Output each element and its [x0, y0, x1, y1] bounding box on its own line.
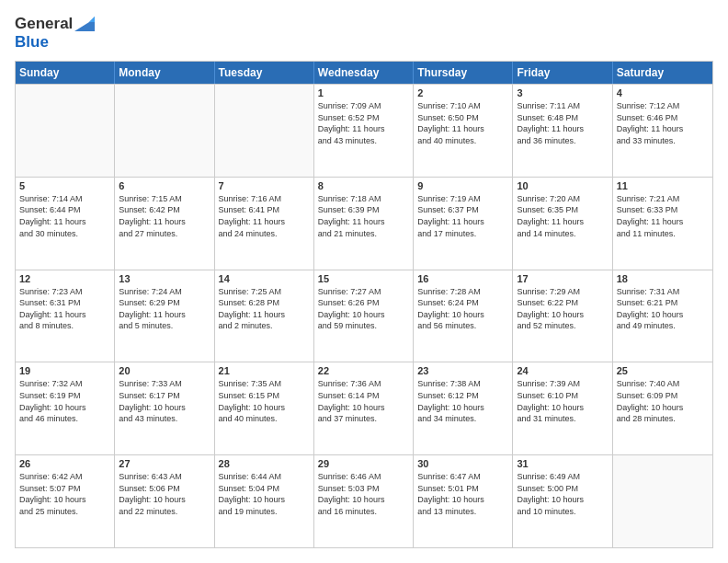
logo-blue: Blue [15, 33, 49, 52]
day-info: Sunrise: 7:29 AM Sunset: 6:22 PM Dayligh… [517, 286, 608, 332]
empty-cell-0-2 [215, 85, 314, 177]
day-info: Sunrise: 7:25 AM Sunset: 6:28 PM Dayligh… [219, 286, 310, 332]
day-info: Sunrise: 6:46 AM Sunset: 5:03 PM Dayligh… [318, 471, 409, 517]
day-cell-10: 10Sunrise: 7:20 AM Sunset: 6:35 PM Dayli… [513, 178, 612, 270]
day-info: Sunrise: 6:49 AM Sunset: 5:00 PM Dayligh… [517, 471, 608, 517]
day-cell-25: 25Sunrise: 7:40 AM Sunset: 6:09 PM Dayli… [613, 362, 712, 454]
day-number: 13 [119, 273, 210, 284]
logo-general: General [15, 15, 73, 33]
day-info: Sunrise: 7:40 AM Sunset: 6:09 PM Dayligh… [617, 378, 709, 424]
day-cell-15: 15Sunrise: 7:27 AM Sunset: 6:26 PM Dayli… [314, 270, 414, 362]
day-number: 24 [517, 365, 608, 376]
day-cell-16: 16Sunrise: 7:28 AM Sunset: 6:24 PM Dayli… [414, 270, 513, 362]
empty-cell-0-0 [16, 85, 115, 177]
day-info: Sunrise: 7:15 AM Sunset: 6:42 PM Dayligh… [119, 193, 210, 239]
empty-cell-0-1 [115, 85, 214, 177]
day-number: 8 [318, 180, 409, 191]
day-cell-8: 8Sunrise: 7:18 AM Sunset: 6:39 PM Daylig… [314, 178, 414, 270]
day-cell-6: 6Sunrise: 7:15 AM Sunset: 6:42 PM Daylig… [115, 178, 214, 270]
day-info: Sunrise: 7:36 AM Sunset: 6:14 PM Dayligh… [318, 378, 409, 424]
day-cell-14: 14Sunrise: 7:25 AM Sunset: 6:28 PM Dayli… [215, 270, 314, 362]
day-info: Sunrise: 7:35 AM Sunset: 6:15 PM Dayligh… [219, 378, 310, 424]
day-cell-24: 24Sunrise: 7:39 AM Sunset: 6:10 PM Dayli… [513, 362, 612, 454]
svg-marker-0 [74, 17, 95, 31]
day-info: Sunrise: 7:19 AM Sunset: 6:37 PM Dayligh… [417, 193, 508, 239]
day-info: Sunrise: 7:16 AM Sunset: 6:41 PM Dayligh… [219, 193, 310, 239]
day-info: Sunrise: 7:38 AM Sunset: 6:12 PM Dayligh… [417, 378, 508, 424]
calendar-row-4: 19Sunrise: 7:32 AM Sunset: 6:19 PM Dayli… [16, 362, 712, 454]
day-number: 25 [617, 365, 709, 376]
day-number: 29 [318, 458, 409, 469]
day-cell-4: 4Sunrise: 7:12 AM Sunset: 6:46 PM Daylig… [613, 85, 712, 177]
day-cell-1: 1Sunrise: 7:09 AM Sunset: 6:52 PM Daylig… [314, 85, 414, 177]
day-info: Sunrise: 7:20 AM Sunset: 6:35 PM Dayligh… [517, 193, 608, 239]
day-info: Sunrise: 7:31 AM Sunset: 6:21 PM Dayligh… [617, 286, 709, 332]
empty-cell-4-6 [613, 455, 712, 547]
weekday-header-saturday: Saturday [613, 62, 712, 84]
day-cell-21: 21Sunrise: 7:35 AM Sunset: 6:15 PM Dayli… [215, 362, 314, 454]
day-number: 7 [219, 180, 310, 191]
svg-marker-1 [89, 17, 95, 22]
day-number: 9 [417, 180, 508, 191]
calendar-body: 1Sunrise: 7:09 AM Sunset: 6:52 PM Daylig… [16, 84, 712, 547]
day-cell-31: 31Sunrise: 6:49 AM Sunset: 5:00 PM Dayli… [513, 455, 612, 547]
day-number: 16 [417, 273, 508, 284]
day-number: 31 [517, 458, 608, 469]
day-info: Sunrise: 6:47 AM Sunset: 5:01 PM Dayligh… [417, 471, 508, 517]
day-info: Sunrise: 7:39 AM Sunset: 6:10 PM Dayligh… [517, 378, 608, 424]
day-info: Sunrise: 7:27 AM Sunset: 6:26 PM Dayligh… [318, 286, 409, 332]
day-info: Sunrise: 7:24 AM Sunset: 6:29 PM Dayligh… [119, 286, 210, 332]
day-cell-22: 22Sunrise: 7:36 AM Sunset: 6:14 PM Dayli… [314, 362, 414, 454]
day-cell-17: 17Sunrise: 7:29 AM Sunset: 6:22 PM Dayli… [513, 270, 612, 362]
weekday-header-friday: Friday [513, 62, 612, 84]
weekday-header-sunday: Sunday [16, 62, 115, 84]
logo-text-block: General Blue [15, 15, 95, 52]
day-number: 18 [617, 273, 709, 284]
calendar-row-3: 12Sunrise: 7:23 AM Sunset: 6:31 PM Dayli… [16, 270, 712, 362]
day-number: 27 [119, 458, 210, 469]
day-number: 30 [417, 458, 508, 469]
day-cell-11: 11Sunrise: 7:21 AM Sunset: 6:33 PM Dayli… [613, 178, 712, 270]
day-cell-27: 27Sunrise: 6:43 AM Sunset: 5:06 PM Dayli… [115, 455, 214, 547]
day-number: 20 [119, 365, 210, 376]
day-cell-3: 3Sunrise: 7:11 AM Sunset: 6:48 PM Daylig… [513, 85, 612, 177]
day-number: 10 [517, 180, 608, 191]
day-number: 1 [318, 87, 409, 98]
day-number: 2 [417, 87, 508, 98]
calendar-row-1: 1Sunrise: 7:09 AM Sunset: 6:52 PM Daylig… [16, 84, 712, 177]
day-cell-7: 7Sunrise: 7:16 AM Sunset: 6:41 PM Daylig… [215, 178, 314, 270]
day-number: 3 [517, 87, 608, 98]
day-cell-23: 23Sunrise: 7:38 AM Sunset: 6:12 PM Dayli… [414, 362, 513, 454]
day-info: Sunrise: 7:28 AM Sunset: 6:24 PM Dayligh… [417, 286, 508, 332]
day-number: 14 [219, 273, 310, 284]
day-number: 22 [318, 365, 409, 376]
day-info: Sunrise: 7:33 AM Sunset: 6:17 PM Dayligh… [119, 378, 210, 424]
weekday-header-wednesday: Wednesday [314, 62, 414, 84]
calendar: SundayMondayTuesdayWednesdayThursdayFrid… [15, 61, 713, 548]
day-info: Sunrise: 6:42 AM Sunset: 5:07 PM Dayligh… [19, 471, 110, 517]
day-cell-29: 29Sunrise: 6:46 AM Sunset: 5:03 PM Dayli… [314, 455, 414, 547]
day-info: Sunrise: 7:11 AM Sunset: 6:48 PM Dayligh… [517, 100, 608, 146]
day-info: Sunrise: 6:43 AM Sunset: 5:06 PM Dayligh… [119, 471, 210, 517]
logo: General Blue [15, 15, 95, 52]
weekday-header-monday: Monday [115, 62, 214, 84]
day-number: 23 [417, 365, 508, 376]
day-number: 28 [219, 458, 310, 469]
weekday-header-tuesday: Tuesday [215, 62, 314, 84]
day-cell-13: 13Sunrise: 7:24 AM Sunset: 6:29 PM Dayli… [115, 270, 214, 362]
day-number: 26 [19, 458, 110, 469]
day-cell-19: 19Sunrise: 7:32 AM Sunset: 6:19 PM Dayli… [16, 362, 115, 454]
day-info: Sunrise: 7:10 AM Sunset: 6:50 PM Dayligh… [417, 100, 508, 146]
day-cell-9: 9Sunrise: 7:19 AM Sunset: 6:37 PM Daylig… [414, 178, 513, 270]
calendar-row-2: 5Sunrise: 7:14 AM Sunset: 6:44 PM Daylig… [16, 177, 712, 270]
day-cell-28: 28Sunrise: 6:44 AM Sunset: 5:04 PM Dayli… [215, 455, 314, 547]
day-number: 12 [19, 273, 110, 284]
day-info: Sunrise: 6:44 AM Sunset: 5:04 PM Dayligh… [219, 471, 310, 517]
day-info: Sunrise: 7:12 AM Sunset: 6:46 PM Dayligh… [617, 100, 709, 146]
day-cell-18: 18Sunrise: 7:31 AM Sunset: 6:21 PM Dayli… [613, 270, 712, 362]
logo-triangle-icon [74, 15, 95, 31]
day-number: 5 [19, 180, 110, 191]
day-number: 6 [119, 180, 210, 191]
day-number: 19 [19, 365, 110, 376]
day-info: Sunrise: 7:32 AM Sunset: 6:19 PM Dayligh… [19, 378, 110, 424]
